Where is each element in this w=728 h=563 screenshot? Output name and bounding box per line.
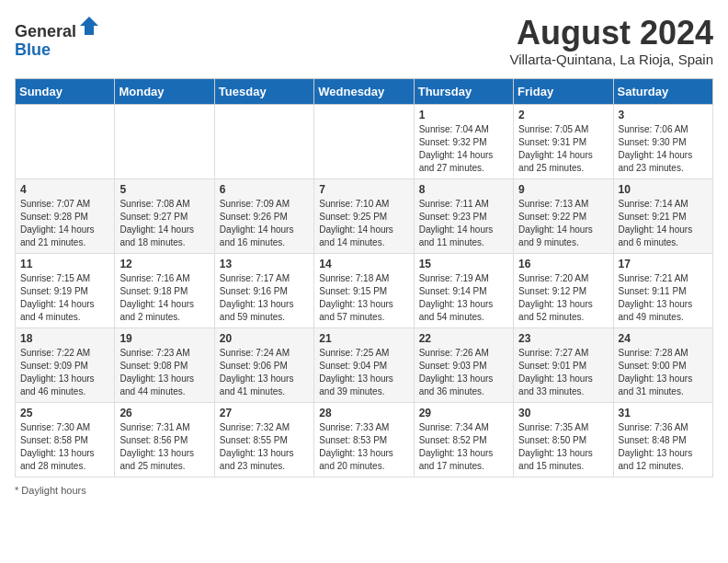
day-info: Sunrise: 7:08 AM Sunset: 9:27 PM Dayligh… <box>119 198 209 249</box>
day-info: Sunrise: 7:20 AM Sunset: 9:12 PM Dayligh… <box>518 272 608 324</box>
day-number: 20 <box>220 332 309 345</box>
day-info: Sunrise: 7:22 AM Sunset: 9:09 PM Dayligh… <box>20 347 109 398</box>
calendar-day-cell: 8Sunrise: 7:11 AM Sunset: 9:23 PM Daylig… <box>414 178 513 253</box>
day-info: Sunrise: 7:10 AM Sunset: 9:25 PM Dayligh… <box>319 198 408 249</box>
calendar-week-row: 18Sunrise: 7:22 AM Sunset: 9:09 PM Dayli… <box>16 327 713 402</box>
day-number: 25 <box>20 407 109 419</box>
day-info: Sunrise: 7:23 AM Sunset: 9:08 PM Dayligh… <box>119 347 209 398</box>
day-number: 14 <box>319 258 408 270</box>
day-info: Sunrise: 7:35 AM Sunset: 8:50 PM Dayligh… <box>518 421 608 473</box>
day-number: 8 <box>419 183 508 196</box>
location-title: Villarta-Quintana, La Rioja, Spain <box>509 52 713 67</box>
title-area: August 2024 Villarta-Quintana, La Rioja,… <box>509 15 713 67</box>
calendar-day-cell: 12Sunrise: 7:16 AM Sunset: 9:18 PM Dayli… <box>115 253 214 327</box>
day-info: Sunrise: 7:14 AM Sunset: 9:21 PM Dayligh… <box>619 198 708 249</box>
svg-marker-0 <box>80 17 98 35</box>
daylight-hours-label: Daylight hours <box>21 485 85 496</box>
day-info: Sunrise: 7:26 AM Sunset: 9:03 PM Dayligh… <box>419 347 508 398</box>
calendar-day-cell: 24Sunrise: 7:28 AM Sunset: 9:00 PM Dayli… <box>613 327 712 402</box>
calendar-week-row: 1Sunrise: 7:04 AM Sunset: 9:32 PM Daylig… <box>16 104 713 178</box>
day-number: 30 <box>518 407 608 419</box>
day-number: 31 <box>619 407 708 419</box>
day-number: 21 <box>319 332 408 345</box>
day-info: Sunrise: 7:16 AM Sunset: 9:18 PM Dayligh… <box>119 272 209 324</box>
calendar-day-cell: 16Sunrise: 7:20 AM Sunset: 9:12 PM Dayli… <box>514 253 613 327</box>
calendar-week-row: 4Sunrise: 7:07 AM Sunset: 9:28 PM Daylig… <box>16 178 713 253</box>
day-info: Sunrise: 7:17 AM Sunset: 9:16 PM Dayligh… <box>220 272 309 324</box>
calendar-day-cell: 27Sunrise: 7:32 AM Sunset: 8:55 PM Dayli… <box>214 402 313 477</box>
weekday-header-cell: Wednesday <box>314 78 414 104</box>
day-number: 4 <box>20 183 109 196</box>
day-number: 17 <box>619 258 708 270</box>
calendar-day-cell: 30Sunrise: 7:35 AM Sunset: 8:50 PM Dayli… <box>514 402 613 477</box>
calendar-day-cell: 9Sunrise: 7:13 AM Sunset: 9:22 PM Daylig… <box>514 178 613 253</box>
calendar-day-cell: 11Sunrise: 7:15 AM Sunset: 9:19 PM Dayli… <box>16 253 115 327</box>
month-title: August 2024 <box>509 15 713 52</box>
calendar-day-cell: 29Sunrise: 7:34 AM Sunset: 8:52 PM Dayli… <box>414 402 513 477</box>
day-info: Sunrise: 7:31 AM Sunset: 8:56 PM Dayligh… <box>119 421 209 473</box>
calendar-day-cell: 3Sunrise: 7:06 AM Sunset: 9:30 PM Daylig… <box>613 104 712 178</box>
day-info: Sunrise: 7:09 AM Sunset: 9:26 PM Dayligh… <box>220 198 309 249</box>
calendar-day-cell: 19Sunrise: 7:23 AM Sunset: 9:08 PM Dayli… <box>115 327 214 402</box>
header: General Blue August 2024 Villarta-Quinta… <box>15 15 713 67</box>
weekday-header-cell: Friday <box>514 78 613 104</box>
day-number: 23 <box>518 332 608 345</box>
weekday-header-cell: Monday <box>115 78 214 104</box>
day-number: 12 <box>119 258 209 270</box>
calendar-week-row: 11Sunrise: 7:15 AM Sunset: 9:19 PM Dayli… <box>16 253 713 327</box>
calendar-day-cell <box>16 104 115 178</box>
day-number: 11 <box>20 258 109 270</box>
weekday-header-cell: Saturday <box>613 78 712 104</box>
day-info: Sunrise: 7:34 AM Sunset: 8:52 PM Dayligh… <box>419 421 508 473</box>
day-number: 2 <box>518 109 608 121</box>
calendar-day-cell <box>314 104 414 178</box>
day-number: 19 <box>119 332 209 345</box>
calendar-day-cell: 5Sunrise: 7:08 AM Sunset: 9:27 PM Daylig… <box>115 178 214 253</box>
calendar-day-cell: 10Sunrise: 7:14 AM Sunset: 9:21 PM Dayli… <box>613 178 712 253</box>
weekday-header-cell: Tuesday <box>214 78 313 104</box>
calendar-day-cell: 7Sunrise: 7:10 AM Sunset: 9:25 PM Daylig… <box>314 178 414 253</box>
calendar-day-cell: 1Sunrise: 7:04 AM Sunset: 9:32 PM Daylig… <box>414 104 513 178</box>
logo: General Blue <box>15 15 100 60</box>
calendar-day-cell: 4Sunrise: 7:07 AM Sunset: 9:28 PM Daylig… <box>16 178 115 253</box>
calendar-day-cell <box>214 104 313 178</box>
calendar-day-cell: 31Sunrise: 7:36 AM Sunset: 8:48 PM Dayli… <box>613 402 712 477</box>
day-info: Sunrise: 7:33 AM Sunset: 8:53 PM Dayligh… <box>319 421 408 473</box>
calendar-day-cell <box>115 104 214 178</box>
day-info: Sunrise: 7:30 AM Sunset: 8:58 PM Dayligh… <box>20 421 109 473</box>
day-info: Sunrise: 7:15 AM Sunset: 9:19 PM Dayligh… <box>20 272 109 324</box>
calendar-day-cell: 28Sunrise: 7:33 AM Sunset: 8:53 PM Dayli… <box>314 402 414 477</box>
day-number: 26 <box>119 407 209 419</box>
day-number: 5 <box>119 183 209 196</box>
day-number: 27 <box>220 407 309 419</box>
day-number: 7 <box>319 183 408 196</box>
day-info: Sunrise: 7:11 AM Sunset: 9:23 PM Dayligh… <box>419 198 508 249</box>
day-number: 9 <box>518 183 608 196</box>
calendar-day-cell: 6Sunrise: 7:09 AM Sunset: 9:26 PM Daylig… <box>214 178 313 253</box>
calendar-day-cell: 13Sunrise: 7:17 AM Sunset: 9:16 PM Dayli… <box>214 253 313 327</box>
day-info: Sunrise: 7:07 AM Sunset: 9:28 PM Dayligh… <box>20 198 109 249</box>
day-info: Sunrise: 7:21 AM Sunset: 9:11 PM Dayligh… <box>619 272 708 324</box>
day-number: 28 <box>319 407 408 419</box>
day-number: 6 <box>220 183 309 196</box>
day-info: Sunrise: 7:19 AM Sunset: 9:14 PM Dayligh… <box>419 272 508 324</box>
calendar-day-cell: 17Sunrise: 7:21 AM Sunset: 9:11 PM Dayli… <box>613 253 712 327</box>
calendar-day-cell: 25Sunrise: 7:30 AM Sunset: 8:58 PM Dayli… <box>16 402 115 477</box>
calendar-day-cell: 20Sunrise: 7:24 AM Sunset: 9:06 PM Dayli… <box>214 327 313 402</box>
day-info: Sunrise: 7:18 AM Sunset: 9:15 PM Dayligh… <box>319 272 408 324</box>
calendar-day-cell: 26Sunrise: 7:31 AM Sunset: 8:56 PM Dayli… <box>115 402 214 477</box>
calendar-day-cell: 18Sunrise: 7:22 AM Sunset: 9:09 PM Dayli… <box>16 327 115 402</box>
day-info: Sunrise: 7:27 AM Sunset: 9:01 PM Dayligh… <box>518 347 608 398</box>
day-number: 18 <box>20 332 109 345</box>
day-number: 3 <box>619 109 708 121</box>
day-number: 29 <box>419 407 508 419</box>
day-number: 15 <box>419 258 508 270</box>
day-info: Sunrise: 7:13 AM Sunset: 9:22 PM Dayligh… <box>518 198 608 249</box>
weekday-header-cell: Sunday <box>16 78 115 104</box>
logo-blue: Blue <box>15 40 51 59</box>
calendar-table: SundayMondayTuesdayWednesdayThursdayFrid… <box>15 78 713 477</box>
day-info: Sunrise: 7:36 AM Sunset: 8:48 PM Dayligh… <box>619 421 708 473</box>
day-number: 1 <box>419 109 508 121</box>
calendar-day-cell: 21Sunrise: 7:25 AM Sunset: 9:04 PM Dayli… <box>314 327 414 402</box>
weekday-header-cell: Thursday <box>414 78 513 104</box>
